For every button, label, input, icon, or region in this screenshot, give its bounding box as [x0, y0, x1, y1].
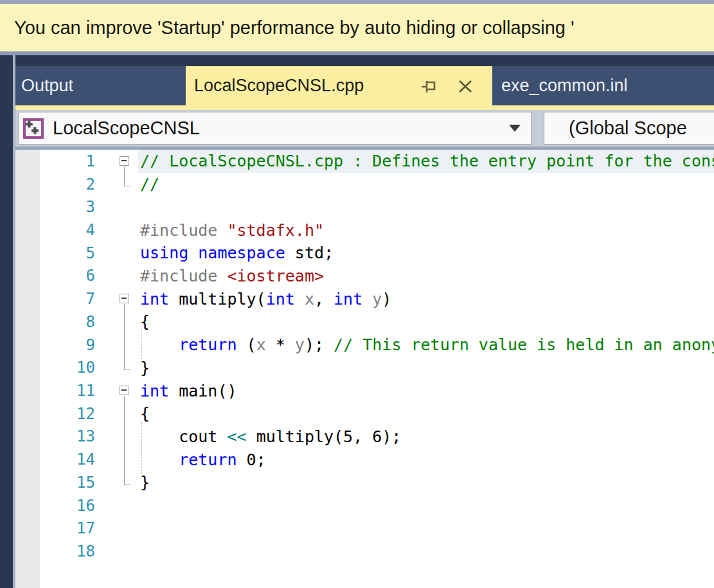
line-number: 12: [40, 405, 95, 423]
code-text[interactable]: {: [138, 402, 150, 425]
code-text[interactable]: return 0;: [138, 448, 266, 471]
active-tab-underline: [15, 105, 714, 110]
editor-line[interactable]: 16: [0, 494, 714, 517]
editor-line[interactable]: 18: [0, 540, 714, 563]
code-text[interactable]: int main(): [138, 379, 237, 402]
editor-line[interactable]: 8{: [0, 310, 714, 334]
editor-line[interactable]: 7int multiply(int x, int y): [0, 287, 714, 310]
scope-dropdown[interactable]: (Global Scope: [544, 112, 714, 145]
fold-scope-line: [124, 448, 125, 471]
code-text[interactable]: #include <iostream>: [138, 265, 324, 288]
editor-line[interactable]: 3: [0, 195, 714, 218]
line-number: 15: [40, 474, 95, 492]
line-number: 18: [40, 542, 95, 560]
notification-bar: You can improve 'Startup' performance by…: [0, 4, 714, 51]
editor-line[interactable]: 10}: [0, 356, 714, 379]
code-text[interactable]: using namespace std;: [138, 242, 334, 265]
code-text[interactable]: }: [138, 471, 150, 494]
fold-margin: [95, 287, 138, 310]
document-tab-strip: Output LocalScopeCNSL.cpp exe_common.inl: [0, 66, 714, 105]
fold-margin: [95, 150, 138, 173]
editor-line[interactable]: 9 return (x * y); // This return value i…: [0, 334, 714, 357]
line-number: 3: [40, 198, 95, 216]
line-number: 9: [40, 336, 95, 354]
fold-scope-line: [124, 396, 125, 402]
line-number: 6: [40, 267, 95, 285]
code-text[interactable]: [138, 195, 140, 218]
fold-scope-line: [124, 304, 125, 310]
line-number: 17: [40, 519, 95, 537]
code-text[interactable]: [138, 540, 140, 563]
code-text[interactable]: return (x * y); // This return value is …: [138, 334, 714, 357]
code-text[interactable]: int multiply(int x, int y): [138, 287, 391, 310]
indent-guide: [141, 330, 142, 360]
close-icon[interactable]: [455, 66, 476, 105]
fold-collapse-icon[interactable]: [120, 156, 129, 166]
fold-scope-corner: [124, 173, 130, 187]
editor-line[interactable]: 12{: [0, 402, 714, 425]
line-number: 4: [40, 221, 95, 239]
breakpoint-gutter[interactable]: [15, 150, 40, 588]
code-text[interactable]: // LocalScopeCNSL.cpp : Defines the entr…: [138, 150, 714, 173]
indent-guide: [141, 445, 142, 474]
scope-dropdown-value: (Global Scope: [544, 118, 687, 139]
fold-margin: [95, 448, 138, 471]
pin-icon[interactable]: [419, 66, 440, 105]
editor-line[interactable]: 14 return 0;: [0, 448, 714, 471]
code-text[interactable]: }: [138, 356, 150, 379]
line-number: 2: [40, 175, 95, 193]
editor-line[interactable]: 6#include <iostream>: [0, 265, 714, 288]
fold-margin: [95, 540, 138, 563]
fold-collapse-icon[interactable]: [120, 386, 129, 395]
fold-margin: [95, 334, 138, 357]
code-lines: 1// LocalScopeCNSL.cpp : Defines the ent…: [0, 150, 714, 563]
fold-scope-line: [124, 402, 125, 425]
fold-collapse-icon[interactable]: [120, 294, 129, 303]
cpp-class-icon: [23, 118, 44, 139]
tab-exe-common-inl[interactable]: exe_common.inl: [501, 66, 628, 105]
code-text[interactable]: //: [138, 173, 159, 196]
editor-line[interactable]: 17: [0, 517, 714, 540]
fold-margin: [95, 218, 138, 242]
title-band: [0, 55, 714, 66]
fold-margin: [95, 310, 138, 334]
editor-line[interactable]: 13 cout << multiply(5, 6);: [0, 425, 714, 449]
fold-margin: [95, 402, 138, 425]
line-number: 13: [40, 427, 95, 445]
fold-margin: [95, 517, 138, 540]
editor-line[interactable]: 4#include "stdafx.h": [0, 218, 714, 242]
code-editor[interactable]: 1// LocalScopeCNSL.cpp : Defines the ent…: [0, 150, 714, 588]
code-text[interactable]: [138, 517, 140, 540]
editor-line[interactable]: 1// LocalScopeCNSL.cpp : Defines the ent…: [0, 150, 714, 173]
type-dropdown[interactable]: LocalScopeCNSL: [18, 112, 531, 145]
type-dropdown-value: LocalScopeCNSL: [44, 118, 200, 139]
tab-active-label: LocalScopeCNSL.cpp: [186, 76, 364, 96]
fold-margin: [95, 242, 138, 265]
code-text[interactable]: cout << multiply(5, 6);: [138, 425, 401, 449]
editor-line[interactable]: 11int main(): [0, 379, 714, 402]
editor-line[interactable]: 2//: [0, 173, 714, 196]
fold-margin: [95, 265, 138, 288]
fold-scope-line: [124, 166, 125, 173]
left-edge-column: [0, 55, 13, 588]
chevron-down-icon[interactable]: [509, 125, 521, 132]
line-number: 1: [40, 152, 95, 170]
fold-margin: [95, 195, 138, 218]
line-number: 7: [40, 290, 95, 308]
notification-text: You can improve 'Startup' performance by…: [0, 17, 575, 39]
fold-scope-line: [124, 425, 125, 449]
tab-localscopecnsl-cpp[interactable]: LocalScopeCNSL.cpp: [186, 66, 492, 105]
fold-margin: [95, 471, 138, 494]
code-text[interactable]: #include "stdafx.h": [138, 218, 324, 242]
editor-line[interactable]: 5using namespace std;: [0, 242, 714, 265]
line-number: 14: [40, 450, 95, 468]
code-text[interactable]: {: [138, 310, 150, 334]
fold-margin: [95, 356, 138, 379]
fold-scope-line: [124, 310, 125, 334]
fold-margin: [95, 173, 138, 196]
code-text[interactable]: [138, 494, 140, 517]
tab-output-label: Output: [21, 76, 73, 96]
editor-line[interactable]: 15}: [0, 471, 714, 494]
tab-output[interactable]: Output: [21, 66, 73, 105]
navigation-bar: LocalScopeCNSL (Global Scope: [0, 110, 714, 147]
